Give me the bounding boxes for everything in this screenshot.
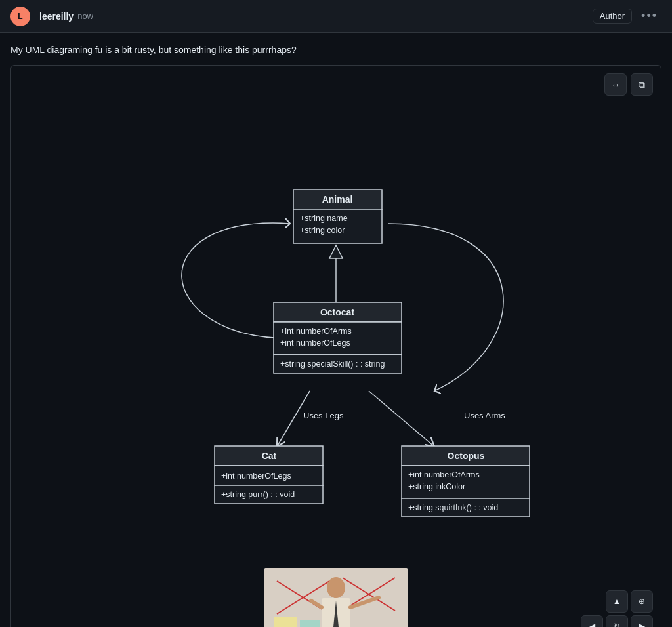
right-icon: ▶: [639, 622, 645, 627]
cat-class-header: Cat: [262, 451, 277, 461]
animal-class-header: Animal: [322, 194, 353, 205]
uses-legs-label: Uses Legs: [303, 411, 344, 420]
zoom-in-button[interactable]: ⊕: [631, 590, 653, 613]
expand-icon: ↔: [611, 79, 620, 90]
meme-inner: [264, 568, 408, 627]
nav-left-button[interactable]: ◀: [581, 615, 603, 627]
timestamp: now: [77, 11, 93, 21]
up-icon: ▲: [613, 597, 621, 606]
meme-svg: [264, 568, 408, 627]
avatar: L: [10, 7, 30, 26]
refresh-icon: ↻: [614, 622, 620, 627]
header-user: L leereilly now: [10, 7, 593, 26]
svg-rect-21: [300, 620, 320, 627]
post-text: My UML diagraming fu is a bit rusty, but…: [10, 43, 662, 57]
cat-method1: +string purr() : : void: [221, 490, 295, 499]
uml-area: Animal +string name +string color Octoca…: [22, 76, 650, 561]
copy-button[interactable]: ⧉: [631, 73, 653, 96]
svg-line-3: [369, 391, 434, 447]
username: leereilly: [39, 11, 74, 22]
diagram-controls-top: ↔ ⧉: [604, 73, 653, 96]
svg-rect-20: [274, 617, 297, 627]
nav-refresh-button[interactable]: ↻: [606, 615, 628, 627]
meme-image: [264, 568, 408, 627]
octocat-attr1: +int numberOfArms: [280, 327, 352, 336]
cat-attr1: +int numberOfLegs: [221, 472, 291, 481]
octocat-method1: +string specialSkill() : : string: [280, 359, 385, 369]
octocat-attr2: +int numberOfLegs: [280, 338, 350, 348]
zoom-in-icon: ⊕: [639, 597, 645, 606]
author-badge-button[interactable]: Author: [593, 9, 632, 24]
animal-attr2: +string color: [300, 226, 345, 235]
header: L leereilly now Author •••: [0, 0, 672, 33]
octopus-method1: +string squirtInk() : : void: [408, 503, 498, 512]
header-right: Author •••: [593, 8, 662, 24]
uses-arms-label: Uses Arms: [464, 411, 505, 420]
copy-icon: ⧉: [639, 79, 645, 91]
octopus-attr1: +int numberOfArms: [408, 470, 480, 479]
octopus-attr2: +string inkColor: [408, 482, 465, 491]
content-area: My UML diagraming fu is a bit rusty, but…: [0, 33, 672, 627]
diagram-nav-controls: ▲ ⊕ ◀ ↻ ▶ ▼ ⊖: [581, 590, 653, 627]
nav-empty-1: [581, 590, 603, 613]
octocat-class-header: Octocat: [320, 307, 354, 317]
nav-up-button[interactable]: ▲: [606, 590, 628, 613]
nav-right-button[interactable]: ▶: [631, 615, 653, 627]
diagram-container: ↔ ⧉: [10, 65, 662, 627]
meme-image-area: [22, 561, 650, 627]
uml-svg: Animal +string name +string color Octoca…: [87, 83, 585, 450]
expand-button[interactable]: ↔: [604, 73, 627, 96]
svg-marker-1: [329, 245, 343, 258]
animal-attr1: +string name: [300, 214, 348, 223]
more-options-button[interactable]: •••: [637, 8, 662, 24]
octopus-class-header: Octopus: [448, 451, 485, 461]
left-icon: ◀: [589, 622, 595, 627]
svg-point-22: [327, 577, 345, 598]
